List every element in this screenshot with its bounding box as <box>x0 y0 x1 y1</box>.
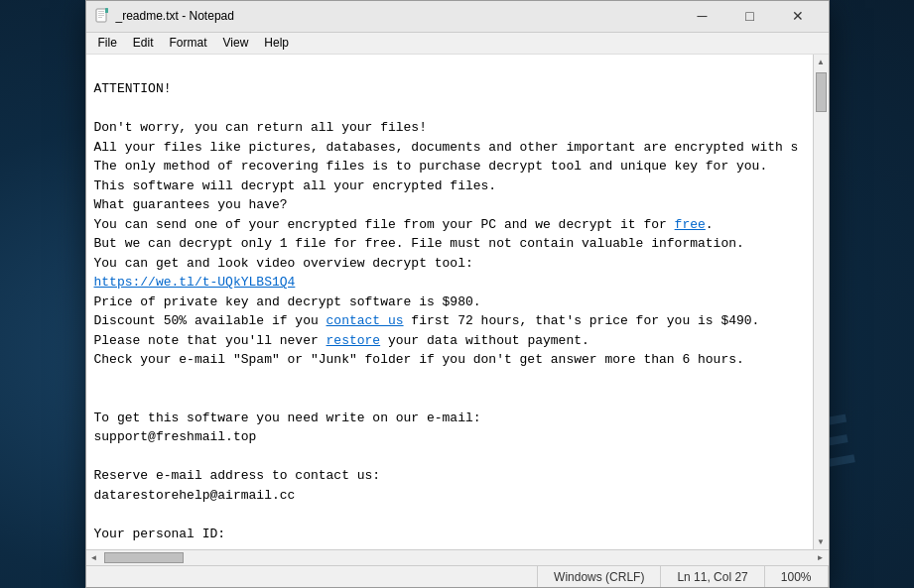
line-6: You can send one of your encrypted file … <box>94 217 714 232</box>
contact-link: contact us <box>326 313 404 328</box>
vertical-scrollbar[interactable]: ▲ ▼ <box>813 55 829 550</box>
line-url: https://we.tl/t-UQkYLBS1Q4 <box>94 275 296 290</box>
line-discount: Discount 50% available if you contact us… <box>94 313 760 328</box>
scroll-right-arrow[interactable]: ► <box>813 550 829 566</box>
status-zoom: 100% <box>765 566 829 587</box>
content-area: ATTENTION! Don't worry, you can return a… <box>86 55 829 550</box>
scroll-thumb-v[interactable] <box>816 72 827 112</box>
window-title: _readme.txt - Notepad <box>116 9 680 23</box>
line-price: Price of private key and decrypt softwar… <box>94 294 481 309</box>
line-8: You can get and look video overview decr… <box>94 256 473 271</box>
svg-rect-5 <box>105 8 108 13</box>
notepad-window: _readme.txt - Notepad ─ □ ✕ File Edit Fo… <box>85 0 830 588</box>
menu-format[interactable]: Format <box>162 33 215 54</box>
url-link: https://we.tl/t-UQkYLBS1Q4 <box>94 275 296 290</box>
minimize-button[interactable]: ─ <box>680 1 725 31</box>
scroll-up-arrow[interactable]: ▲ <box>813 55 829 70</box>
line-email2: datarestorehelp@airmail.cc <box>94 488 296 503</box>
line-4: This software will decrypt all your encr… <box>94 178 497 193</box>
close-button[interactable]: ✕ <box>775 1 821 31</box>
svg-rect-2 <box>98 13 104 14</box>
notepad-icon <box>94 8 110 24</box>
status-encoding: Windows (CRLF) <box>538 566 661 587</box>
line-5: What guarantees you have? <box>94 197 288 212</box>
line-7: But we can decrypt only 1 file for free.… <box>94 236 744 251</box>
menu-view[interactable]: View <box>215 33 257 54</box>
svg-rect-4 <box>98 17 102 18</box>
scroll-thumb-h[interactable] <box>104 552 184 563</box>
line-1: Don't worry, you can return all your fil… <box>94 120 427 135</box>
scroll-track-h[interactable] <box>102 550 813 565</box>
menu-edit[interactable]: Edit <box>125 33 162 54</box>
text-editor[interactable]: ATTENTION! Don't worry, you can return a… <box>86 55 813 550</box>
line-reserve: Reserve e-mail address to contact us: <box>94 468 381 483</box>
restore-link: restore <box>326 333 381 348</box>
menu-file[interactable]: File <box>90 33 125 54</box>
scroll-track-v[interactable] <box>814 70 829 534</box>
window-controls: ─ □ ✕ <box>680 1 821 31</box>
line-note: Please note that you'll never restore yo… <box>94 333 589 348</box>
title-bar: _readme.txt - Notepad ─ □ ✕ <box>86 1 829 33</box>
line-contact: To get this software you need write on o… <box>94 411 481 425</box>
line-attention: ATTENTION! <box>94 81 172 96</box>
scroll-down-arrow[interactable]: ▼ <box>813 533 829 549</box>
line-2: All your files like pictures, databases,… <box>94 140 799 155</box>
horizontal-scrollbar[interactable]: ◄ ► <box>86 549 829 565</box>
svg-rect-1 <box>98 11 104 12</box>
menu-help[interactable]: Help <box>256 33 297 54</box>
maximize-button[interactable]: □ <box>727 1 773 31</box>
status-spacer <box>86 566 539 587</box>
menu-bar: File Edit Format View Help <box>86 33 829 55</box>
line-id: Your personal ID: <box>94 527 226 541</box>
status-position: Ln 11, Col 27 <box>661 566 764 587</box>
svg-rect-3 <box>98 15 104 16</box>
line-email1: support@freshmail.top <box>94 429 257 444</box>
line-3: The only method of recovering files is t… <box>94 159 768 174</box>
line-check: Check your e-mail "Spam" or "Junk" folde… <box>94 352 744 367</box>
status-bar: Windows (CRLF) Ln 11, Col 27 100% <box>86 565 829 587</box>
scroll-left-arrow[interactable]: ◄ <box>86 550 102 566</box>
free-link: free <box>675 217 706 232</box>
